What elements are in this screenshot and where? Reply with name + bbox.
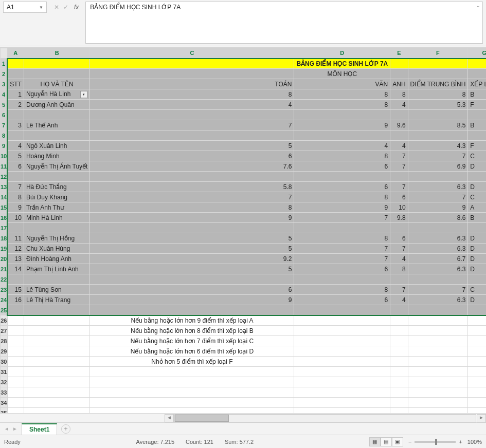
cell-B17[interactable] — [24, 223, 90, 233]
cell-van-5[interactable]: 8 — [294, 100, 390, 110]
cancel-formula-icon[interactable]: ✕ — [52, 4, 61, 11]
cell-B22[interactable] — [24, 274, 90, 285]
cell-E8[interactable] — [390, 130, 408, 141]
cell-stt-16[interactable]: 10 — [7, 213, 24, 223]
cell-van-13[interactable]: 6 — [294, 182, 390, 192]
zoom-in-icon[interactable]: + — [459, 439, 462, 445]
cell-D30[interactable] — [294, 357, 390, 367]
cell-A1[interactable] — [7, 59, 24, 69]
cell-xl-18[interactable]: D — [468, 233, 486, 244]
header-toan[interactable]: TOÁN — [90, 79, 294, 89]
note-row-30[interactable]: Nhỏ hơn 5 điểm thì xếp loại F — [90, 357, 294, 367]
cell-dtb-18[interactable]: 6.3 — [408, 233, 468, 244]
header-dtb[interactable]: ĐIỂM TRUNG BÌNH — [408, 79, 468, 89]
cell-stt-19[interactable]: 12 — [7, 244, 24, 254]
cell-toan-18[interactable]: 5 — [90, 233, 294, 244]
cell-A28[interactable] — [7, 336, 24, 346]
cell-D28[interactable] — [294, 336, 390, 346]
header-anh[interactable]: ANH — [390, 79, 408, 89]
cell-van-9[interactable]: 4 — [294, 141, 390, 151]
cell-name-7[interactable]: Lê Thế Anh — [24, 120, 90, 130]
cell-B32[interactable] — [24, 377, 90, 387]
cell-dtb-15[interactable]: 9 — [408, 202, 468, 213]
row-header-31[interactable]: 31 — [1, 367, 8, 377]
cell-A22[interactable] — [7, 274, 24, 285]
cell-name-9[interactable]: Ngô Xuân Linh — [24, 141, 90, 151]
cell-D17[interactable] — [294, 223, 390, 233]
cell-dtb-11[interactable]: 6.9 — [408, 161, 468, 172]
cell-F26[interactable] — [408, 315, 468, 326]
cell-B27[interactable] — [24, 326, 90, 336]
col-header-C[interactable]: C — [90, 48, 294, 59]
cell-C31[interactable] — [90, 367, 294, 377]
cell-stt-9[interactable]: 4 — [7, 141, 24, 151]
cell-van-10[interactable]: 8 — [294, 151, 390, 161]
cell-toan-11[interactable]: 7.6 — [90, 161, 294, 172]
cell-B29[interactable] — [24, 346, 90, 357]
cell-dtb-20[interactable]: 6.7 — [408, 254, 468, 264]
cell-F1[interactable] — [408, 59, 468, 69]
cell-A29[interactable] — [7, 346, 24, 357]
cell-A26[interactable] — [7, 315, 24, 326]
cell-B12[interactable] — [24, 172, 90, 182]
cell-dtb-7[interactable]: 8.5 — [408, 120, 468, 130]
cell-name-20[interactable]: Đình Hoàng Anh — [24, 254, 90, 264]
cell-F22[interactable] — [408, 274, 468, 285]
cell-xl-5[interactable]: F — [468, 100, 486, 110]
cell-G17[interactable] — [468, 223, 486, 233]
cell-E29[interactable] — [390, 346, 408, 357]
cell-xl-24[interactable]: D — [468, 295, 486, 305]
cell-B26[interactable] — [24, 315, 90, 326]
header-xeploai[interactable]: XẾP LOẠI — [468, 79, 486, 89]
row-header-9[interactable]: 9 — [1, 141, 8, 151]
cell-xl-23[interactable]: C — [468, 285, 486, 295]
cell-D32[interactable] — [294, 377, 390, 387]
row-header-14[interactable]: 14 — [1, 192, 8, 202]
cell-B28[interactable] — [24, 336, 90, 346]
cell-E2[interactable] — [390, 69, 408, 79]
col-header-E[interactable]: E — [390, 48, 408, 59]
row-header-29[interactable]: 29 — [1, 346, 8, 357]
cell-anh-23[interactable]: 7 — [390, 285, 408, 295]
cell-F27[interactable] — [408, 326, 468, 336]
cell-B33[interactable] — [24, 387, 90, 398]
cell-B6[interactable] — [24, 110, 90, 120]
cell-F6[interactable] — [408, 110, 468, 120]
cell-D27[interactable] — [294, 326, 390, 336]
cell-name-23[interactable]: Lê Tùng Sơn — [24, 285, 90, 295]
row-header-12[interactable]: 12 — [1, 172, 8, 182]
header-stt[interactable]: STT — [7, 79, 24, 89]
row-header-19[interactable]: 19 — [1, 244, 8, 254]
row-header-26[interactable]: 26 — [1, 315, 8, 326]
col-header-A[interactable]: A — [7, 48, 24, 59]
cell-stt-13[interactable]: 7 — [7, 182, 24, 192]
scroll-track[interactable] — [174, 414, 476, 422]
cell-D25[interactable] — [294, 305, 390, 315]
cell-anh-21[interactable]: 8 — [390, 264, 408, 274]
cell-D34[interactable] — [294, 398, 390, 408]
cell-F33[interactable] — [408, 387, 468, 398]
row-header-30[interactable]: 30 — [1, 357, 8, 367]
row-header-17[interactable]: 17 — [1, 223, 8, 233]
cell-toan-16[interactable]: 9 — [90, 213, 294, 223]
zoom-thumb[interactable] — [435, 439, 437, 445]
cell-van-7[interactable]: 9 — [294, 120, 390, 130]
tab-nav-arrows[interactable]: ◄ ► — [0, 426, 22, 432]
cell-toan-13[interactable]: 5.8 — [90, 182, 294, 192]
cell-A33[interactable] — [7, 387, 24, 398]
cell-name-19[interactable]: Chu Xuân Hùng — [24, 244, 90, 254]
cell-D12[interactable] — [294, 172, 390, 182]
cell-dtb-13[interactable]: 6.3 — [408, 182, 468, 192]
view-buttons[interactable]: ▦ ▤ ▣ — [369, 437, 403, 446]
cell-anh-7[interactable]: 9.6 — [390, 120, 408, 130]
row-header-25[interactable]: 25 — [1, 305, 8, 315]
cell-toan-23[interactable]: 6 — [90, 285, 294, 295]
row-header-13[interactable]: 13 — [1, 182, 8, 192]
cell-E12[interactable] — [390, 172, 408, 182]
cell-B34[interactable] — [24, 398, 90, 408]
row-header-10[interactable]: 10 — [1, 151, 8, 161]
filter-dropdown-icon[interactable]: ▾ — [80, 91, 87, 98]
header-monhoc[interactable]: MÔN HỌC — [294, 69, 390, 79]
cell-xl-7[interactable]: B — [468, 120, 486, 130]
formula-input[interactable]: BẢNG ĐIỂM HỌC SINH LỚP 7A ⌄ — [85, 2, 483, 44]
